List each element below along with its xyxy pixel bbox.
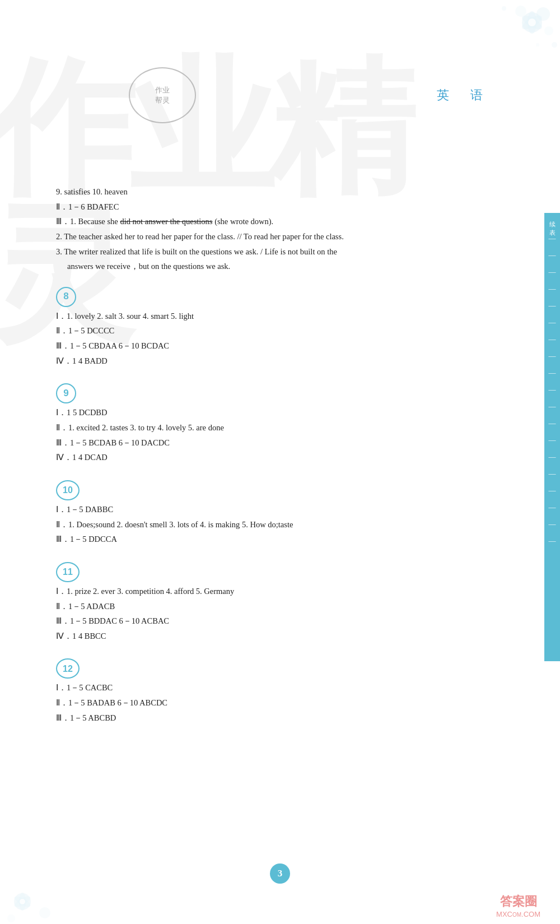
section-10-line-1: Ⅰ．1－5 DABBC (56, 503, 532, 517)
section-8-block: 8 Ⅰ．1. lovely 2. salt 3. sour 4. smart 5… (56, 281, 532, 368)
sidebar-label: 续 表 (548, 216, 557, 225)
svg-point-10 (536, 43, 539, 47)
section-12-num-wrapper: 12 (56, 653, 532, 681)
section-10-num-wrapper: 10 (56, 475, 532, 503)
intro-line4: 2. The teacher asked her to read her pap… (56, 230, 532, 244)
bottom-right-watermark: 答案圈 MXCOM.COM (496, 893, 540, 918)
sidebar-dash-1: — (544, 230, 560, 247)
intro-line3-prefix: Ⅲ．1. Because she (56, 217, 120, 226)
section-8-line-1: Ⅰ．1. lovely 2. salt 3. sour 4. smart 5. … (56, 309, 532, 323)
section-10-line-3: Ⅲ．1－5 DDCCA (56, 532, 532, 546)
svg-point-5 (520, 13, 544, 32)
intro-line6: answers we receive，but on the questions … (56, 259, 532, 273)
sidebar-dash-17: — (544, 499, 560, 516)
sidebar-dash-5: — (544, 297, 560, 314)
section-8-line-3: Ⅲ．1－5 CBDAA 6－10 BCDAC (56, 339, 532, 353)
svg-point-2 (515, 6, 526, 17)
section-9-line-4: Ⅳ．1 4 DCAD (56, 451, 532, 465)
bottom-left-decoration (0, 851, 101, 924)
sidebar-dash-18: — (544, 516, 560, 532)
svg-point-17 (7, 914, 15, 922)
section-8-num-wrapper: 8 (56, 281, 532, 309)
section-12-line-1: Ⅰ．1－5 CACBC (56, 681, 532, 695)
svg-point-9 (552, 42, 557, 48)
top-right-decoration (448, 0, 560, 101)
page-number: 3 (270, 863, 290, 884)
sidebar-dash-10: — (544, 381, 560, 398)
section-11-line-1: Ⅰ．1. prize 2. ever 3. competition 4. aff… (56, 584, 532, 598)
svg-point-6 (520, 13, 544, 32)
subject-label: 英 语 (437, 87, 487, 104)
section-10-block: 10 Ⅰ．1－5 DABBC Ⅱ．1. Does;sound 2. doesn'… (56, 475, 532, 546)
section-9-num-wrapper: 9 (56, 378, 532, 406)
intro-line1: 9. satisfies 10. heaven (56, 185, 532, 199)
section-10-line-2: Ⅱ．1. Does;sound 2. doesn't smell 3. lots… (56, 518, 532, 532)
section-10-number: 10 (56, 480, 80, 500)
stamp-line1: 作业 (155, 85, 170, 95)
main-content: 9. satisfies 10. heaven Ⅱ．1－6 BDAFEC Ⅲ．1… (56, 185, 532, 735)
section-12-line-2: Ⅱ．1－5 BADAB 6－10 ABCDC (56, 696, 532, 710)
sidebar-dash-6: — (544, 314, 560, 331)
section-8-number: 8 (56, 287, 76, 307)
sidebar-dash-12: — (544, 415, 560, 431)
section-11-block: 11 Ⅰ．1. prize 2. ever 3. competition 4. … (56, 556, 532, 643)
intro-line2: Ⅱ．1－6 BDAFEC (56, 200, 532, 214)
intro-line3-suffix: (she wrote down). (213, 217, 274, 226)
svg-point-16 (39, 907, 50, 918)
section-8-line-2: Ⅱ．1－5 DCCCC (56, 324, 532, 338)
sidebar-dash-9: — (544, 364, 560, 381)
section-11-line-2: Ⅱ．1－5 ADACB (56, 600, 532, 614)
section-11-number: 11 (56, 562, 80, 582)
section-9-block: 9 Ⅰ．1 5 DCDBD Ⅱ．1. excited 2. tastes 3. … (56, 378, 532, 465)
sidebar-dash-2: — (544, 247, 560, 263)
svg-point-4 (528, 11, 536, 34)
sidebar-dash-7: — (544, 331, 560, 347)
intro-block: 9. satisfies 10. heaven Ⅱ．1－6 BDAFEC Ⅲ．1… (56, 185, 532, 273)
section-9-line-3: Ⅲ．1－5 BCDAB 6－10 DACDC (56, 436, 532, 450)
svg-point-0 (522, 12, 542, 32)
section-12-number: 12 (56, 658, 80, 679)
svg-point-3 (544, 26, 553, 35)
sidebar-dash-11: — (544, 398, 560, 415)
svg-point-7 (528, 18, 536, 26)
section-12-block: 12 Ⅰ．1－5 CACBC Ⅱ．1－5 BADAB 6－10 ABCDC Ⅲ．… (56, 653, 532, 725)
intro-line3: Ⅲ．1. Because she did not answer the ques… (56, 215, 532, 229)
svg-point-8 (502, 6, 506, 11)
sidebar-dash-19: — (544, 532, 560, 549)
section-11-num-wrapper: 11 (56, 556, 532, 584)
section-9-line-1: Ⅰ．1 5 DCDBD (56, 406, 532, 420)
sidebar-dash-4: — (544, 280, 560, 297)
section-9-line-2: Ⅱ．1. excited 2. tastes 3. to try 4. love… (56, 421, 532, 435)
stamp-circle: 作业 帮灵 (129, 67, 196, 123)
section-9-number: 9 (56, 383, 76, 403)
svg-point-15 (20, 899, 25, 904)
section-11-line-3: Ⅲ．1－5 BDDAC 6－10 ACBAC (56, 614, 532, 628)
sidebar-dash-16: — (544, 482, 560, 499)
sidebar-dash-14: — (544, 448, 560, 465)
svg-point-1 (536, 7, 550, 21)
intro-line5: 3. The writer realized that life is buil… (56, 245, 532, 259)
section-12-line-3: Ⅲ．1－5 ABCBD (56, 711, 532, 725)
stamp-line2: 帮灵 (155, 95, 170, 105)
right-sidebar: 续 表 — — — — — — — — — — — — — — — — — — … (544, 213, 560, 661)
bottom-watermark-url: MXCOM.COM (496, 910, 540, 918)
sidebar-dash-15: — (544, 465, 560, 482)
bottom-watermark-chinese: 答案圈 (496, 893, 540, 910)
sidebar-dash-13: — (544, 431, 560, 448)
section-11-line-4: Ⅳ．1 4 BBCC (56, 629, 532, 643)
sidebar-dash-3: — (544, 263, 560, 280)
intro-line3-strike: did not answer the questions (120, 217, 212, 226)
sidebar-dash-8: — (544, 347, 560, 364)
section-8-line-4: Ⅳ．1 4 BADD (56, 354, 532, 368)
